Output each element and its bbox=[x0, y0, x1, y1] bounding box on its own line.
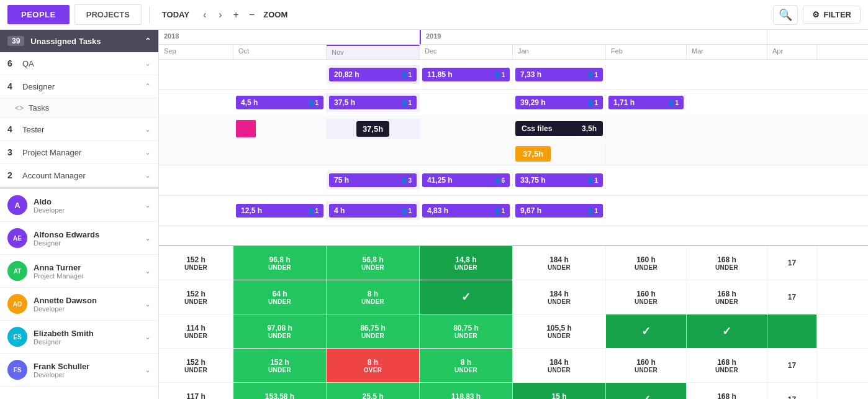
aldo-mar-cell: 168 h UNDER bbox=[687, 246, 767, 280]
tester-jan: 33,75 h 👤1 bbox=[513, 171, 606, 190]
qa-nov-bar: 20,82 h 👤1 bbox=[329, 68, 417, 81]
person-row-anna[interactable]: AT Anna Turner Project Manager ⌄ bbox=[0, 255, 158, 288]
today-button[interactable]: TODAY bbox=[157, 7, 194, 22]
alfonso-apr-cell: 17 bbox=[767, 280, 817, 314]
tab-people[interactable]: PEOPLE bbox=[7, 5, 70, 24]
person-name-anna: Anna Turner bbox=[34, 263, 145, 272]
pm-nov-value: 4 h bbox=[334, 206, 345, 215]
sidebar-group-pm[interactable]: 3 Project Manager ⌄ bbox=[0, 141, 158, 164]
tester-nov-value: 75 h bbox=[334, 176, 349, 185]
month-dec: Dec bbox=[420, 45, 513, 59]
person-row-frank[interactable]: FS Frank Schuller Developer ⌄ bbox=[0, 354, 158, 387]
sidebar-group-am[interactable]: 2 Account Manager ⌄ bbox=[0, 164, 158, 187]
annette-apr-value: 17 bbox=[788, 361, 796, 370]
alfonso-nov-label: UNDER bbox=[361, 298, 384, 305]
anna-sep-label: UNDER bbox=[184, 332, 207, 339]
month-headers: Sep Oct Nov Dec Jan Feb Mar Apr bbox=[159, 45, 868, 60]
tester-jan-value: 33,75 h bbox=[520, 176, 546, 185]
aldo-oct-label: UNDER bbox=[268, 264, 291, 271]
person-info-aldo: Aldo Developer bbox=[34, 197, 145, 214]
aldo-apr-cell: 17 bbox=[767, 246, 817, 280]
anna-jan-label: UNDER bbox=[548, 332, 571, 339]
annette-jan-cell: 184 h UNDER bbox=[513, 349, 606, 382]
task-pink-bar bbox=[236, 120, 256, 137]
sidebar-unassigned-header[interactable]: 39 Unassigned Tasks ⌃ bbox=[0, 30, 158, 52]
gantt-bar-row-designer-main: 4,5 h 👤1 37,5 h 👤1 bbox=[159, 90, 868, 115]
aldo-sep-value: 152 h bbox=[186, 255, 206, 264]
person-info-anna: Anna Turner Project Manager bbox=[34, 263, 145, 280]
anna-chevron: ⌄ bbox=[145, 267, 151, 275]
anna-feb-check: ✓ bbox=[641, 324, 651, 338]
avatar-annette: AD bbox=[7, 294, 27, 314]
alfonso-sep-value: 152 h bbox=[186, 290, 206, 298]
anna-dec-cell: 80,75 h UNDER bbox=[420, 314, 513, 348]
task-jan-cell: Css files 3,5h bbox=[513, 119, 606, 139]
pm-dec-icon: 👤1 bbox=[494, 208, 505, 214]
gantt-row-qa: 20,82 h 👤1 11,85 h 👤1 bbox=[159, 60, 868, 90]
des-jan-value: 39,29 h bbox=[520, 98, 546, 107]
elizabeth-dec-cell: 118,83 h UNDER bbox=[420, 383, 513, 399]
sidebar-group-tester[interactable]: 4 Tester ⌄ bbox=[0, 118, 158, 141]
aldo-sep-cell: 152 h UNDER bbox=[159, 246, 233, 280]
qa-nov-cell: 20,82 h 👤1 bbox=[327, 65, 420, 84]
annette-sep-value: 152 h bbox=[186, 358, 206, 367]
gantt-area: 2018 2019 Sep Oct Nov Dec Jan Feb Mar Ap… bbox=[159, 30, 868, 399]
aldo-feb-cell: 160 h UNDER bbox=[606, 246, 687, 280]
anna-nov-label: UNDER bbox=[361, 332, 384, 339]
person-name-frank: Frank Schuller bbox=[34, 362, 145, 371]
alfonso-nov-cell: 8 h UNDER bbox=[327, 280, 420, 314]
tester-label: Tester bbox=[22, 125, 145, 134]
elizabeth-mar-cell: 168 h UNDER bbox=[687, 383, 767, 399]
sidebar-tasks-item[interactable]: <> Tasks bbox=[0, 98, 158, 118]
annette-nov-label: OVER bbox=[364, 367, 382, 374]
elizabeth-nov-cell: 25,5 h UNDER bbox=[327, 383, 420, 399]
des-feb-icon: 👤1 bbox=[667, 99, 679, 106]
next-arrow[interactable]: › bbox=[215, 7, 225, 23]
alfonso-oct-cell: 64 h UNDER bbox=[233, 280, 327, 314]
gantt-bar-row-am bbox=[159, 226, 868, 245]
pm-jan-icon: 👤1 bbox=[587, 208, 598, 214]
data-row-alfonso: 152 h UNDER 64 h UNDER 8 h UNDER ✓ bbox=[159, 280, 868, 314]
annette-apr-cell: 17 bbox=[767, 349, 817, 382]
alfonso-dec-check: ✓ bbox=[461, 290, 471, 304]
anna-mar-check: ✓ bbox=[722, 324, 731, 338]
person-row-alfonso[interactable]: AE Alfonso Edwards Designer ⌄ bbox=[0, 222, 158, 255]
des-oct-value: 4,5 h bbox=[241, 98, 258, 107]
annette-oct-label: UNDER bbox=[268, 367, 291, 374]
gantt-bar-row-tester: 75 h 👤3 41,25 h 👤6 33, bbox=[159, 165, 868, 195]
anna-sep-value: 114 h bbox=[186, 324, 206, 332]
gantt-inner: 2018 2019 Sep Oct Nov Dec Jan Feb Mar Ap… bbox=[159, 30, 868, 399]
sidebar-group-qa[interactable]: 6 QA ⌄ bbox=[0, 52, 158, 75]
sidebar-group-designer[interactable]: 4 Designer ⌃ bbox=[0, 75, 158, 98]
gantt-bar-row-pm: 12,5 h 👤1 4 h 👤1 4,83 bbox=[159, 196, 868, 226]
month-sep: Sep bbox=[159, 45, 233, 59]
search-button[interactable]: 🔍 bbox=[773, 5, 798, 25]
pm-dec-value: 4,83 h bbox=[427, 206, 448, 215]
des-oct-bar: 4,5 h 👤1 bbox=[236, 96, 323, 109]
filter-label: FILTER bbox=[823, 10, 851, 19]
pm-jan-value: 9,67 h bbox=[520, 206, 541, 215]
tab-projects[interactable]: PROJECTS bbox=[75, 4, 142, 25]
pm-nov-icon: 👤1 bbox=[400, 208, 412, 214]
tester-chevron: ⌄ bbox=[145, 125, 151, 134]
anna-mar-cell: ✓ bbox=[687, 314, 767, 348]
person-name-aldo: Aldo bbox=[34, 197, 145, 206]
person-row-elizabeth[interactable]: ES Elizabeth Smith Designer ⌄ bbox=[0, 321, 158, 354]
des-oct-cell: 4,5 h 👤1 bbox=[233, 93, 327, 112]
year-headers: 2018 2019 bbox=[159, 30, 868, 45]
month-jan: Jan bbox=[513, 45, 606, 59]
person-row-annette[interactable]: AD Annette Dawson Developer ⌄ bbox=[0, 288, 158, 321]
filter-button[interactable]: ⚙ FILTER bbox=[803, 6, 861, 24]
alfonso-jan-label: UNDER bbox=[548, 298, 571, 305]
zoom-out-button[interactable]: − bbox=[246, 8, 257, 22]
elizabeth-mar-value: 168 h bbox=[717, 392, 736, 400]
elizabeth-oct-cell: 153,58 h UNDER bbox=[233, 383, 327, 399]
anna-oct-cell: 97,08 h UNDER bbox=[233, 314, 327, 348]
prev-arrow[interactable]: ‹ bbox=[199, 7, 210, 23]
zoom-in-button[interactable]: + bbox=[231, 8, 242, 22]
tester-jan-bar: 33,75 h 👤1 bbox=[515, 173, 603, 187]
gantt-row-am bbox=[159, 226, 868, 246]
person-row-aldo[interactable]: A Aldo Developer ⌄ bbox=[0, 189, 158, 222]
alfonso-feb-value: 160 h bbox=[636, 290, 656, 298]
elizabeth-apr-cell: 17 bbox=[767, 383, 817, 399]
